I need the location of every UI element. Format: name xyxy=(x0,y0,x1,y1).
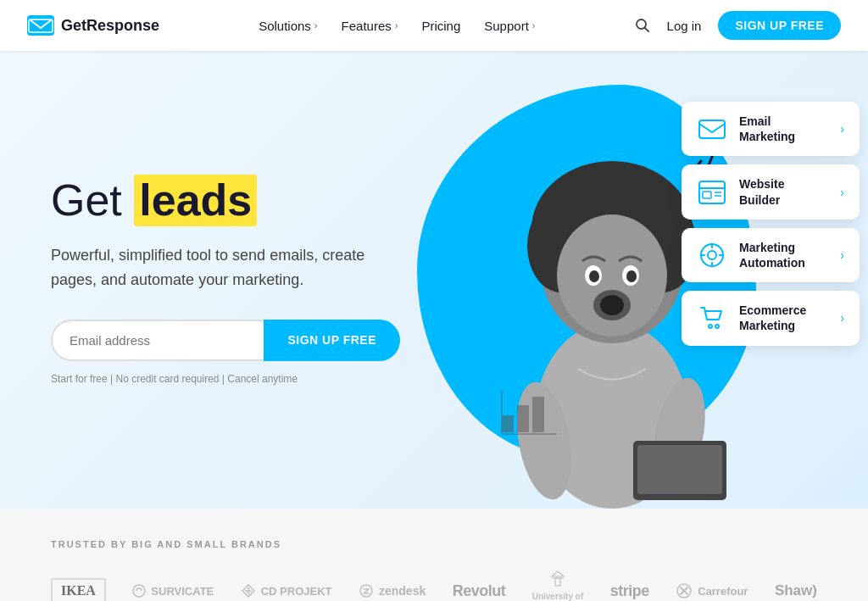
logo-text: GetResponse xyxy=(61,17,159,35)
brand-revolut: Revolut xyxy=(453,582,506,600)
arrow-icon: › xyxy=(840,311,844,325)
svg-rect-40 xyxy=(555,578,560,586)
brand-survicate: SURVICATE xyxy=(132,584,214,598)
feature-card-website[interactable]: WebsiteBuilder › xyxy=(682,164,860,219)
svg-point-16 xyxy=(589,270,599,282)
svg-rect-21 xyxy=(517,405,529,432)
hero-title-leads: leads xyxy=(134,175,257,226)
carrefour-icon xyxy=(676,582,693,599)
hero-left: Get leads Powerful, simplified tool to s… xyxy=(0,51,434,509)
nav-solutions[interactable]: Solutions › xyxy=(259,19,317,33)
website-builder-label: WebsiteBuilder xyxy=(739,176,828,207)
navbar: GetResponse Solutions › Features › Prici… xyxy=(0,0,868,51)
arrow-icon: › xyxy=(840,186,844,199)
feature-cards: EmailMarketing › WebsiteBuilder › xyxy=(682,102,860,346)
form-signup-button[interactable]: SIGN UP FREE xyxy=(264,320,400,361)
logo-icon xyxy=(27,15,54,36)
email-marketing-label: EmailMarketing xyxy=(739,114,828,144)
feature-card-email[interactable]: EmailMarketing › xyxy=(682,102,860,156)
website-builder-icon xyxy=(697,177,727,208)
svg-point-13 xyxy=(600,295,624,315)
nav-signup-button[interactable]: SIGN UP FREE xyxy=(718,11,841,40)
svg-point-35 xyxy=(708,251,716,259)
svg-line-3 xyxy=(644,28,648,32)
trusted-label: TRUSTED BY BIG AND SMALL BRANDS xyxy=(51,539,817,549)
svg-point-17 xyxy=(626,270,637,282)
marketing-automation-label: Marketing Automation xyxy=(739,240,828,270)
feature-card-automation[interactable]: Marketing Automation › xyxy=(682,228,860,282)
svg-point-36 xyxy=(709,325,712,328)
nav-support[interactable]: Support › xyxy=(484,19,535,33)
svg-rect-19 xyxy=(637,445,722,494)
email-marketing-icon xyxy=(697,114,727,144)
hero-section: Get leads Powerful, simplified tool to s… xyxy=(0,51,868,509)
hero-right: EmailMarketing › WebsiteBuilder › xyxy=(434,51,868,509)
hero-subtitle: Powerful, simplified tool to send emails… xyxy=(51,243,400,292)
brand-ikea: IKEA xyxy=(51,578,106,601)
svg-point-37 xyxy=(715,325,719,328)
arrow-icon: › xyxy=(840,248,844,262)
nav-actions: Log in SIGN UP FREE xyxy=(635,11,841,40)
ecommerce-marketing-icon xyxy=(697,303,727,333)
logo[interactable]: GetResponse xyxy=(27,15,159,36)
arrow-icon: › xyxy=(840,122,844,136)
hero-fine-print: Start for free | No credit card required… xyxy=(51,373,400,385)
chevron-icon: › xyxy=(314,20,318,31)
nav-links: Solutions › Features › Pricing Support › xyxy=(259,19,535,33)
brand-logos: IKEA SURVICATE CD PROJEKT zendesk Revolu… xyxy=(51,570,817,601)
svg-rect-22 xyxy=(532,397,544,432)
brand-university-nottingham: University ofNottingham xyxy=(532,570,584,601)
svg-rect-31 xyxy=(703,192,711,198)
hero-title-get: Get xyxy=(51,175,134,225)
university-icon xyxy=(549,570,566,587)
brand-carrefour: Carrefour xyxy=(676,582,748,599)
trusted-section: TRUSTED BY BIG AND SMALL BRANDS IKEA SUR… xyxy=(0,509,868,601)
brand-shaw: Shaw) xyxy=(775,582,817,599)
search-button[interactable] xyxy=(635,18,650,33)
brand-stripe: stripe xyxy=(610,582,649,600)
svg-rect-20 xyxy=(502,415,514,432)
chevron-icon: › xyxy=(395,20,398,31)
login-button[interactable]: Log in xyxy=(667,19,702,33)
email-input[interactable] xyxy=(51,320,264,361)
survicate-icon xyxy=(132,584,146,598)
chevron-icon: › xyxy=(532,20,536,31)
hero-title: Get leads xyxy=(51,175,400,226)
marketing-automation-icon xyxy=(697,240,727,270)
email-form: SIGN UP FREE xyxy=(51,320,400,361)
svg-rect-28 xyxy=(699,120,725,138)
cdprojekt-icon xyxy=(241,583,256,598)
ecommerce-marketing-label: EcommerceMarketing xyxy=(739,303,828,333)
brand-zendesk: zendesk xyxy=(359,583,426,598)
feature-card-ecommerce[interactable]: EcommerceMarketing › xyxy=(682,291,860,345)
zendesk-icon xyxy=(359,583,374,598)
nav-features[interactable]: Features › xyxy=(342,19,398,33)
svg-point-38 xyxy=(133,585,145,597)
nav-pricing[interactable]: Pricing xyxy=(421,19,460,33)
brand-cdprojekt: CD PROJEKT xyxy=(241,583,332,598)
search-icon xyxy=(635,18,650,33)
